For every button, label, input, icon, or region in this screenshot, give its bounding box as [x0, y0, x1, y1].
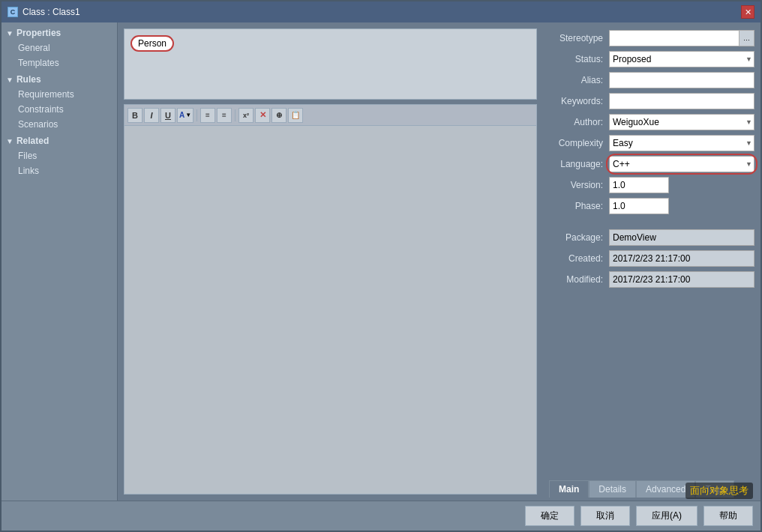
language-select-wrapper: C++ Java C# Python ▼ [609, 156, 754, 172]
created-label: Created: [549, 253, 609, 264]
sidebar-item-scenarios[interactable]: Scenarios [2, 117, 117, 132]
created-row: Created: 2017/2/23 21:17:00 [549, 250, 754, 267]
stereotype-btn[interactable]: … [740, 30, 754, 46]
spacer-2 [549, 292, 754, 474]
alias-input[interactable] [609, 72, 754, 88]
bold-button[interactable]: B [128, 108, 142, 123]
spacer-1 [549, 219, 754, 229]
tab-tags[interactable]: Tags [695, 480, 734, 498]
keywords-row: Keywords: [549, 93, 754, 109]
class-name-label: Person [130, 35, 174, 52]
tab-details[interactable]: Details [589, 480, 636, 498]
phase-label: Phase: [549, 201, 609, 211]
triangle-icon-related: ▼ [6, 137, 14, 145]
status-select[interactable]: Proposed Approved Implemented [609, 51, 754, 67]
ok-button[interactable]: 确定 [525, 506, 574, 526]
package-value: DemoView [609, 229, 754, 246]
color-button[interactable]: A ▼ [177, 108, 194, 123]
stereotype-label: Stereotype [549, 33, 609, 43]
italic-button[interactable]: I [144, 108, 159, 123]
sidebar-item-links[interactable]: Links [2, 163, 117, 178]
complexity-select[interactable]: Easy Medium Hard [609, 135, 754, 151]
language-select[interactable]: C++ Java C# Python [609, 156, 754, 172]
title-bar: C Class : Class1 ✕ [2, 1, 760, 22]
tab-main[interactable]: Main [549, 480, 589, 498]
modified-value: 2017/2/23 21:17:00 [609, 271, 754, 288]
complexity-row: Complexity Easy Medium Hard ▼ [549, 135, 754, 151]
author-label: Author: [549, 117, 609, 127]
close-button[interactable]: ✕ [741, 5, 754, 19]
sidebar: ▼ Properties General Templates ▼ Rules R… [2, 22, 118, 501]
status-row: Status: Proposed Approved Implemented ▼ [549, 51, 754, 67]
phase-input[interactable] [609, 198, 669, 214]
sidebar-group-rules: ▼ Rules Requirements Constraints Scenari… [2, 72, 117, 132]
sidebar-group-related-header[interactable]: ▼ Related [2, 133, 117, 148]
sidebar-group-rules-header[interactable]: ▼ Rules [2, 72, 117, 87]
modified-label: Modified: [549, 274, 609, 285]
version-row: Version: [549, 177, 754, 193]
triangle-icon: ▼ [6, 29, 14, 37]
language-label: Language: [549, 159, 609, 169]
title-bar-left: C Class : Class1 [8, 7, 80, 17]
author-select-wrapper: WeiguoXue ▼ [609, 114, 754, 130]
align-right-button[interactable]: ≡ [217, 108, 232, 123]
sidebar-group-properties: ▼ Properties General Templates [2, 25, 117, 70]
triangle-icon-rules: ▼ [6, 76, 14, 84]
sidebar-group-related: ▼ Related Files Links [2, 133, 117, 178]
keywords-label: Keywords: [549, 96, 609, 106]
complexity-label: Complexity [549, 138, 609, 148]
delete-button[interactable]: ✕ [255, 108, 270, 123]
link-button[interactable]: ⊕ [272, 108, 286, 123]
package-label: Package: [549, 232, 609, 243]
stereotype-input-group: … [609, 30, 754, 46]
created-value: 2017/2/23 21:17:00 [609, 250, 754, 267]
cancel-button[interactable]: 取消 [580, 506, 630, 526]
sidebar-item-files[interactable]: Files [2, 148, 117, 163]
editor-body[interactable] [124, 126, 536, 494]
bottom-bar: 确定 取消 应用(A) 帮助 [2, 501, 760, 531]
name-panel: Person [124, 28, 537, 100]
modified-row: Modified: 2017/2/23 21:17:00 [549, 271, 754, 288]
window-title: Class : Class1 [22, 7, 80, 17]
tabs-row: Main Details Advanced Tags [549, 474, 754, 498]
alias-label: Alias: [549, 75, 609, 85]
toolbar-separator-1 [196, 109, 197, 121]
superscript-button[interactable]: x² [238, 108, 254, 123]
main-content: Person B I U A ▼ ≡ ≡ x² ✕ [118, 22, 543, 501]
language-row: Language: C++ Java C# Python ▼ [549, 156, 754, 172]
editor-panel: B I U A ▼ ≡ ≡ x² ✕ ⊕ 📋 [124, 104, 537, 495]
toolbar-separator-2 [235, 109, 236, 121]
package-row: Package: DemoView [549, 229, 754, 246]
sidebar-item-requirements[interactable]: Requirements [2, 87, 117, 102]
keywords-input[interactable] [609, 93, 754, 109]
sidebar-item-constraints[interactable]: Constraints [2, 102, 117, 117]
underline-button[interactable]: U [160, 108, 176, 123]
sidebar-group-properties-header[interactable]: ▼ Properties [2, 25, 117, 40]
help-button[interactable]: 帮助 [704, 506, 753, 526]
tab-advanced[interactable]: Advanced [636, 480, 695, 498]
notes-button[interactable]: 📋 [288, 108, 303, 123]
author-select[interactable]: WeiguoXue [609, 114, 754, 130]
stereotype-input[interactable] [609, 30, 740, 46]
author-row: Author: WeiguoXue ▼ [549, 114, 754, 130]
status-select-wrapper: Proposed Approved Implemented ▼ [609, 51, 754, 67]
version-input[interactable] [609, 177, 669, 193]
sidebar-item-general[interactable]: General [2, 40, 117, 55]
version-label: Version: [549, 180, 609, 190]
sidebar-item-templates[interactable]: Templates [2, 55, 117, 70]
properties-panel: Stereotype … Status: Proposed Approved I… [543, 22, 760, 501]
editor-toolbar: B I U A ▼ ≡ ≡ x² ✕ ⊕ 📋 [124, 105, 536, 126]
stereotype-row: Stereotype … [549, 30, 754, 46]
status-label: Status: [549, 54, 609, 64]
apply-button[interactable]: 应用(A) [636, 506, 698, 526]
window-icon: C [8, 7, 18, 17]
align-left-button[interactable]: ≡ [200, 108, 215, 123]
alias-row: Alias: [549, 72, 754, 88]
complexity-select-wrapper: Easy Medium Hard ▼ [609, 135, 754, 151]
phase-row: Phase: [549, 198, 754, 214]
